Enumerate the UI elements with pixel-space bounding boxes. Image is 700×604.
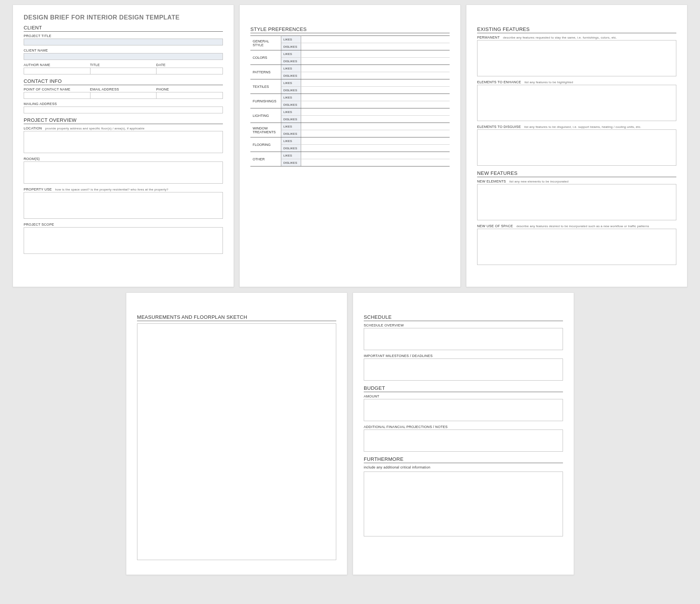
pref-likes-label: LIKES [281, 65, 301, 72]
pref-likes-label: LIKES [281, 36, 301, 43]
pref-category: WINDOW TREATMENTS [250, 123, 281, 137]
field-budget-notes: ADDITIONAL FINANCIAL PROJECTIONS / NOTES [364, 425, 563, 452]
input-poc[interactable] [24, 92, 90, 99]
input-email[interactable] [90, 92, 157, 99]
section-budget: BUDGET [364, 385, 563, 392]
label-scope: PROJECT SCOPE [24, 223, 223, 226]
field-disguise: ELEMENTS TO DISGUISE list any features t… [477, 125, 676, 166]
label-enhance: ELEMENTS TO ENHANCE list any features to… [477, 80, 676, 84]
input-amount[interactable] [364, 399, 563, 421]
label-property-use-text: PROPERTY USE [24, 187, 52, 191]
pref-dislikes-value[interactable] [301, 145, 450, 152]
field-enhance: ELEMENTS TO ENHANCE list any features to… [477, 80, 676, 122]
floorplan-sketch-area[interactable] [137, 323, 336, 560]
pref-likes-label: LIKES [281, 137, 301, 145]
pref-dislikes-value[interactable] [301, 116, 450, 123]
field-client-name: CLIENT NAME [24, 48, 223, 60]
input-scope[interactable] [24, 227, 223, 254]
label-permanent: PERMANENT describe any features requeste… [477, 36, 676, 39]
field-milestones: IMPORTANT MILESTONES / DEADLINES [364, 354, 563, 381]
pref-likes-value[interactable] [301, 108, 450, 116]
pref-likes-value[interactable] [301, 152, 450, 159]
input-new-use[interactable] [477, 229, 676, 265]
pref-dislikes-label: DISLIKES [281, 58, 301, 65]
field-scope: PROJECT SCOPE [24, 223, 223, 255]
pref-likes-value[interactable] [301, 36, 450, 43]
pref-likes-label: LIKES [281, 152, 301, 159]
field-amount: AMOUNT [364, 394, 563, 422]
row-author-title-date: AUTHOR NAME TITLE DATE [24, 63, 223, 74]
pref-dislikes-value[interactable] [301, 101, 450, 108]
pref-likes-value[interactable] [301, 79, 450, 87]
input-location[interactable] [24, 131, 223, 153]
bottom-row: MEASUREMENTS AND FLOORPLAN SKETCH SCHEDU… [5, 292, 695, 575]
pref-likes-value[interactable] [301, 137, 450, 145]
pref-dislikes-value[interactable] [301, 87, 450, 94]
input-budget-notes[interactable] [364, 430, 563, 452]
input-project-title[interactable] [24, 39, 223, 45]
pref-dislikes-value[interactable] [301, 43, 450, 50]
label-disguise: ELEMENTS TO DISGUISE list any features t… [477, 125, 676, 129]
hint-permanent: describe any features requested to stay … [503, 36, 617, 39]
section-project-overview: PROJECT OVERVIEW [24, 117, 223, 124]
pref-dislikes-value[interactable] [301, 72, 450, 79]
input-milestones[interactable] [364, 359, 563, 381]
section-furthermore: FURTHERMORE [364, 456, 563, 463]
input-date[interactable] [156, 68, 223, 74]
input-schedule-overview[interactable] [364, 328, 563, 350]
label-rooms: ROOM(S) [24, 157, 223, 161]
input-permanent[interactable] [477, 40, 676, 76]
label-budget-notes: ADDITIONAL FINANCIAL PROJECTIONS / NOTES [364, 425, 563, 429]
section-client: CLIENT [24, 25, 223, 32]
label-poc: POINT OF CONTACT NAME [24, 87, 90, 91]
input-enhance[interactable] [477, 85, 676, 121]
input-phone[interactable] [156, 92, 223, 99]
pref-likes-label: LIKES [281, 50, 301, 58]
label-author-name: AUTHOR NAME [24, 63, 90, 67]
label-email: EMAIL ADDRESS [90, 87, 157, 91]
field-schedule-overview: SCHEDULE OVERVIEW [364, 323, 563, 351]
section-measurements: MEASUREMENTS AND FLOORPLAN SKETCH [137, 314, 336, 321]
pref-likes-value[interactable] [301, 50, 450, 58]
input-title[interactable] [90, 68, 157, 74]
hint-new-use: describe any features desired to be inco… [516, 224, 649, 228]
pref-dislikes-label: DISLIKES [281, 116, 301, 123]
label-amount: AMOUNT [364, 394, 563, 398]
hint-new-elements: list any new elements to be incorporated [509, 180, 568, 183]
input-disguise[interactable] [477, 129, 676, 166]
input-property-use[interactable] [24, 192, 223, 219]
top-row: DESIGN BRIEF FOR INTERIOR DESIGN TEMPLAT… [5, 5, 695, 287]
label-disguise-text: ELEMENTS TO DISGUISE [477, 125, 521, 129]
style-preferences-table: GENERAL STYLELIKES DISLIKES COLORSLIKES … [250, 36, 450, 166]
pref-category: OTHER [250, 152, 281, 166]
pref-category: GENERAL STYLE [250, 36, 281, 50]
field-new-elements: NEW ELEMENTS list any new elements to be… [477, 179, 676, 221]
input-author-name[interactable] [24, 68, 90, 74]
label-new-elements: NEW ELEMENTS list any new elements to be… [477, 179, 676, 183]
pref-likes-value[interactable] [301, 123, 450, 130]
field-rooms: ROOM(S) [24, 157, 223, 184]
page-3: EXISTING FEATURES PERMANENT describe any… [466, 5, 687, 287]
hint-location: provide property address and specific fl… [45, 127, 145, 130]
input-new-elements[interactable] [477, 184, 676, 220]
label-new-use: NEW USE OF SPACE describe any features d… [477, 224, 676, 228]
pref-dislikes-value[interactable] [301, 58, 450, 65]
page-1: DESIGN BRIEF FOR INTERIOR DESIGN TEMPLAT… [13, 5, 234, 287]
row-contact: POINT OF CONTACT NAME EMAIL ADDRESS PHON… [24, 87, 223, 99]
input-client-name[interactable] [24, 53, 223, 60]
label-date: DATE [156, 63, 223, 67]
pref-likes-value[interactable] [301, 65, 450, 72]
pref-dislikes-value[interactable] [301, 130, 450, 137]
input-furthermore[interactable] [364, 472, 563, 536]
pref-category: COLORS [250, 50, 281, 65]
input-mailing[interactable] [24, 107, 223, 113]
pref-dislikes-label: DISLIKES [281, 101, 301, 108]
hint-enhance: list any features to be highlighted [524, 81, 573, 84]
page-5: SCHEDULE SCHEDULE OVERVIEW IMPORTANT MIL… [353, 292, 574, 575]
section-schedule: SCHEDULE [364, 314, 563, 321]
pref-likes-value[interactable] [301, 94, 450, 101]
label-property-use: PROPERTY USE how is the space used? is t… [24, 187, 223, 191]
field-new-use: NEW USE OF SPACE describe any features d… [477, 224, 676, 266]
pref-dislikes-value[interactable] [301, 159, 450, 166]
input-rooms[interactable] [24, 161, 223, 184]
